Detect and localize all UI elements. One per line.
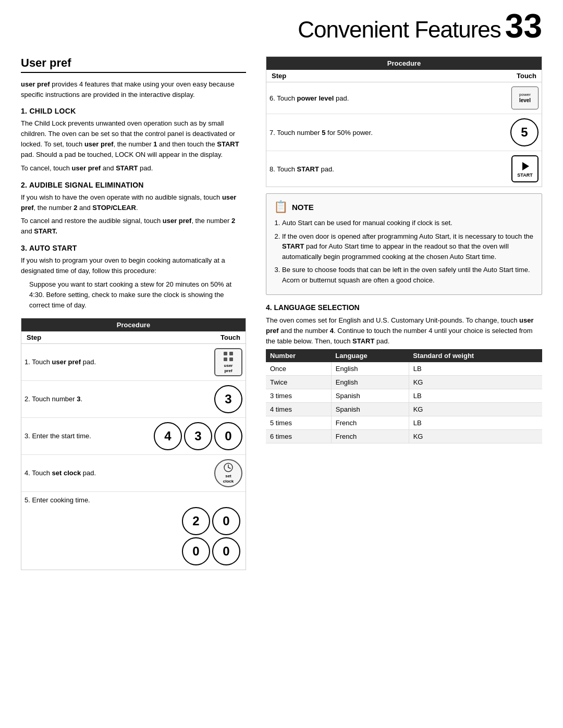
power-level-button[interactable]: power level (511, 87, 538, 109)
lang-table-cell: 3 times (266, 389, 331, 403)
step-4-touch: setclock (201, 459, 242, 487)
lang-table-cell: LB (409, 389, 542, 403)
proc-step-2: 2. Touch number 3. 3 (21, 381, 246, 418)
start-label: START (517, 172, 532, 178)
user-pref-icon (223, 351, 234, 362)
proc-step-1: 1. Touch user pref pad. userpref (21, 344, 246, 381)
child-lock-p1: The Child Lock prevents unwanted oven op… (21, 118, 246, 161)
subsection-auto-start: 3. AUTO START If you wish to program you… (21, 244, 246, 311)
step-6-touch: power level (497, 87, 538, 109)
step-3-touch: 4 3 0 (154, 422, 242, 450)
number-0b-button[interactable]: 0 (182, 537, 210, 565)
lang-table-row: 3 timesSpanishLB (266, 389, 542, 403)
lang-header-language: Language (331, 349, 409, 362)
main-content: User pref user pref provides 4 features … (0, 47, 563, 586)
proc-step-4: 4. Touch set clock pad. setclock (21, 455, 246, 492)
lang-table-cell: English (331, 376, 409, 389)
power-level-label: level (519, 97, 531, 104)
svg-marker-7 (522, 162, 529, 170)
lang-table-row: OnceEnglishLB (266, 362, 542, 376)
note-list: Auto Start can be used for manual cookin… (282, 218, 534, 285)
proc-step-8: 8. Touch START pad. START (266, 151, 542, 187)
right-column: Procedure Step Touch 6. Touch power leve… (261, 56, 542, 575)
number-0c-button[interactable]: 0 (212, 537, 240, 565)
step-1-touch: userpref (201, 348, 242, 376)
lang-table-row: TwiceEnglishKG (266, 376, 542, 389)
lang-table-cell: Once (266, 362, 331, 376)
number-3b-button[interactable]: 3 (184, 422, 212, 450)
start-button[interactable]: START (511, 155, 538, 182)
note-title: NOTE (292, 203, 314, 212)
set-clock-button[interactable]: setclock (214, 459, 242, 487)
number-0a-button[interactable]: 0 (212, 507, 240, 535)
step-2-label: 2. Touch number 3. (25, 395, 201, 403)
number-3-button[interactable]: 3 (214, 385, 242, 413)
proc-header-left: Procedure (21, 318, 246, 331)
language-table: Number Language Standard of weight OnceE… (266, 349, 542, 443)
lang-table-cell: 5 times (266, 416, 331, 430)
page-header: Convenient Features 33 (0, 0, 563, 47)
child-lock-num: 1. CHILD LOCK (21, 107, 76, 115)
note-item-2: If the oven door is opened after program… (282, 231, 534, 262)
number-2-button[interactable]: 2 (182, 507, 210, 535)
lang-table-cell: Twice (266, 376, 331, 389)
cooking-time-row2: 0 0 (182, 537, 240, 565)
user-pref-button[interactable]: userpref (214, 348, 242, 376)
note-box: 📋 NOTE Auto Start can be used for manual… (266, 193, 542, 295)
start-icon (519, 160, 531, 172)
svg-rect-1 (229, 352, 233, 355)
note-header: 📋 NOTE (274, 200, 534, 214)
lang-table-cell: LB (409, 416, 542, 430)
lang-table-cell: KG (409, 403, 542, 416)
auto-start-p1: If you wish to program your oven to begi… (21, 255, 246, 276)
lang-table-cell: LB (409, 362, 542, 376)
auto-start-title: 3. AUTO START (21, 244, 246, 252)
audible-p2: To cancel and restore the audible signal… (21, 216, 246, 237)
lang-header-number: Number (266, 349, 331, 362)
proc-step-5: 5. Enter cooking time. 2 0 0 0 (21, 492, 246, 570)
lang-table-row: 5 timesFrenchLB (266, 416, 542, 430)
lang-intro: The oven comes set for English and U.S. … (266, 315, 542, 347)
number-4-button[interactable]: 4 (154, 422, 182, 450)
number-0-button[interactable]: 0 (214, 422, 242, 450)
left-column: User pref user pref provides 4 features … (21, 56, 261, 575)
power-level-top: power (519, 92, 531, 97)
user-pref-label: userpref (224, 363, 233, 373)
lang-table-cell: KG (409, 376, 542, 389)
page-title: Convenient Features (21, 17, 501, 43)
child-lock-p2: To cancel, touch user pref and START pad… (21, 163, 246, 174)
auto-start-p2: Suppose you want to start cooking a stew… (29, 279, 246, 311)
cooking-time-row1: 2 0 (182, 507, 240, 535)
procedure-right-table: Procedure Step Touch 6. Touch power leve… (266, 56, 542, 187)
proc-subheader-right: Step Touch (266, 70, 542, 82)
section-main-title: User pref (21, 56, 246, 73)
proc-header-right: Procedure (266, 57, 542, 70)
svg-rect-3 (229, 357, 233, 361)
subsection-child-lock: 1. CHILD LOCK The Child Lock prevents un… (21, 107, 246, 174)
proc-step-3: 3. Enter the start time. 4 3 0 (21, 418, 246, 455)
lang-table-cell: 4 times (266, 403, 331, 416)
clock-icon (223, 462, 234, 473)
note-item-3: Be sure to choose foods that can be left… (282, 265, 534, 285)
step-7-label: 7. Touch number 5 for 50% power. (270, 129, 497, 137)
lang-table-cell: French (331, 416, 409, 430)
number-5-button[interactable]: 5 (510, 118, 538, 146)
procedure-left-table: Procedure Step Touch 1. Touch user pref … (21, 318, 246, 570)
proc-subheader-left: Step Touch (21, 331, 246, 344)
page-number: 33 (505, 9, 542, 43)
lang-table-cell: KG (409, 430, 542, 443)
intro-text: user pref provides 4 features that make … (21, 79, 246, 100)
lang-table-cell: English (331, 362, 409, 376)
svg-line-6 (228, 467, 230, 468)
note-item-1: Auto Start can be used for manual cookin… (282, 218, 534, 228)
lang-table-cell: Spanish (331, 389, 409, 403)
lang-table-row: 4 timesSpanishKG (266, 403, 542, 416)
lang-table-cell: 6 times (266, 430, 331, 443)
step-4-label: 4. Touch set clock pad. (25, 469, 201, 477)
audible-title: 2. AUDIBLE SIGNAL ELIMINATION (21, 181, 246, 189)
step-8-label: 8. Touch START pad. (270, 165, 497, 173)
lang-table-cell: Spanish (331, 403, 409, 416)
time-430-group: 4 3 0 (154, 422, 242, 450)
step-8-touch: START (497, 155, 538, 182)
lang-table-cell: French (331, 430, 409, 443)
